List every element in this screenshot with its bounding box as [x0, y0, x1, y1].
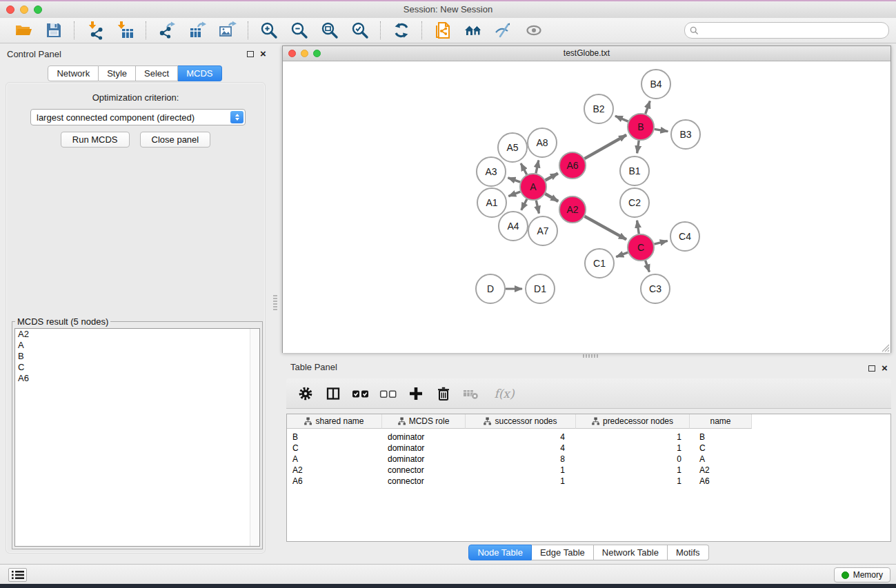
table-row[interactable]: A2connector11A2: [287, 465, 890, 476]
open-session-button[interactable]: [8, 19, 39, 41]
cell-predecessor-nodes[interactable]: 0: [576, 454, 690, 465]
tab-edge-table[interactable]: Edge Table: [532, 545, 594, 560]
edge-C-C4[interactable]: [654, 241, 667, 244]
network-window-titlebar[interactable]: testGlobe.txt: [283, 46, 890, 61]
search-field[interactable]: [684, 22, 889, 39]
cell-predecessor-nodes[interactable]: 1: [576, 476, 690, 487]
optimization-criterion-dropdown[interactable]: largest connected component (directed): [30, 109, 246, 125]
mcds-result-item[interactable]: A: [15, 340, 259, 351]
edge-A-A4[interactable]: [521, 199, 527, 210]
result-scrollbar[interactable]: [250, 329, 259, 546]
cell-mcds-role[interactable]: dominator: [382, 443, 466, 454]
edge-A-A1[interactable]: [508, 192, 520, 196]
cell-shared-name[interactable]: A2: [287, 465, 382, 476]
column-header-predecessor-nodes[interactable]: predecessor nodes: [576, 414, 690, 429]
cell-name[interactable]: A6: [690, 476, 752, 487]
function-builder-button[interactable]: f(x): [486, 381, 522, 406]
task-history-button[interactable]: [8, 568, 27, 582]
show-graphics-details-button[interactable]: [519, 19, 549, 41]
cell-predecessor-nodes[interactable]: 1: [576, 432, 690, 443]
mcds-result-item[interactable]: C: [15, 362, 259, 373]
tab-node-table[interactable]: Node Table: [468, 545, 532, 560]
zoom-in-button[interactable]: [254, 19, 284, 41]
table-row[interactable]: Cdominator41C: [287, 443, 890, 454]
cell-predecessor-nodes[interactable]: 1: [576, 443, 690, 454]
cell-successor-nodes[interactable]: 1: [466, 465, 576, 476]
export-table-button[interactable]: [182, 19, 212, 41]
edge-A-A3[interactable]: [508, 178, 520, 182]
horizontal-split-handle[interactable]: [583, 354, 598, 358]
import-network-button[interactable]: [80, 19, 110, 41]
cell-name[interactable]: C: [690, 443, 752, 454]
zoom-out-button[interactable]: [284, 19, 315, 41]
zoom-fit-button[interactable]: [315, 19, 345, 41]
edge-A6-B[interactable]: [584, 135, 626, 159]
tab-network[interactable]: Network: [48, 65, 99, 81]
export-image-button[interactable]: [212, 19, 243, 41]
float-panel-icon[interactable]: [247, 51, 254, 57]
select-all-button[interactable]: [348, 381, 373, 406]
search-input[interactable]: [699, 23, 888, 37]
first-neighbors-button[interactable]: [458, 19, 488, 41]
mcds-result-item[interactable]: B: [15, 351, 259, 362]
cell-mcds-role[interactable]: connector: [382, 476, 466, 487]
cell-mcds-role[interactable]: dominator: [382, 432, 466, 443]
main-titlebar[interactable]: Session: New Session: [0, 1, 896, 19]
run-mcds-button[interactable]: Run MCDS: [61, 132, 130, 148]
close-table-panel-icon[interactable]: ×: [882, 362, 888, 374]
table-settings-button[interactable]: [293, 381, 318, 406]
vertical-split-handle[interactable]: [273, 295, 277, 310]
delete-columns-button[interactable]: [431, 381, 456, 406]
cell-name[interactable]: A2: [690, 465, 752, 476]
import-table-button[interactable]: [110, 19, 141, 41]
mcds-result-item[interactable]: A6: [15, 373, 259, 384]
cell-name[interactable]: A: [690, 454, 752, 465]
cell-successor-nodes[interactable]: 4: [466, 443, 576, 454]
column-header-successor-nodes[interactable]: successor nodes: [466, 414, 576, 429]
window-resize-grip[interactable]: [881, 343, 890, 352]
edge-A2-C[interactable]: [584, 216, 626, 240]
edge-B-B4[interactable]: [646, 101, 650, 114]
edge-A-A7[interactable]: [536, 201, 539, 214]
network-graph[interactable]: AA1A2A3A4A5A6A7A8BB1B2B3B4CC1C2C3C4DD1: [283, 61, 890, 353]
cell-successor-nodes[interactable]: 1: [466, 476, 576, 487]
edge-A-A5[interactable]: [521, 163, 527, 174]
edge-C-C1[interactable]: [616, 252, 628, 257]
cell-mcds-role[interactable]: dominator: [382, 454, 466, 465]
edge-A-A8[interactable]: [536, 160, 539, 173]
tab-mcds[interactable]: MCDS: [178, 65, 221, 81]
cell-shared-name[interactable]: A: [287, 454, 382, 465]
export-network-button[interactable]: [152, 19, 182, 41]
edge-A-A2[interactable]: [545, 194, 558, 201]
table-row[interactable]: Adominator80A: [287, 454, 890, 465]
mcds-result-list[interactable]: A2ABCA6: [14, 328, 260, 547]
delete-table-button[interactable]: [459, 381, 484, 406]
memory-button[interactable]: Memory: [834, 567, 890, 582]
cell-successor-nodes[interactable]: 4: [466, 432, 576, 443]
deselect-all-button[interactable]: [376, 381, 401, 406]
table-row[interactable]: A6connector11A6: [287, 476, 890, 487]
network-canvas[interactable]: AA1A2A3A4A5A6A7A8BB1B2B3B4CC1C2C3C4DD1: [283, 61, 890, 353]
tab-motifs[interactable]: Motifs: [668, 545, 709, 560]
save-session-button[interactable]: [39, 19, 69, 41]
float-table-panel-icon[interactable]: [868, 365, 875, 372]
tab-style[interactable]: Style: [99, 65, 136, 81]
column-browser-button[interactable]: [321, 381, 346, 406]
column-header-shared-name[interactable]: shared name: [287, 414, 382, 429]
table-row[interactable]: Bdominator41B: [287, 432, 890, 443]
edge-A-A6[interactable]: [546, 173, 558, 180]
edge-B-B1[interactable]: [637, 141, 639, 153]
tab-network-table[interactable]: Network Table: [594, 545, 668, 560]
close-panel-button[interactable]: Close panel: [140, 132, 211, 148]
refresh-layout-button[interactable]: [386, 19, 417, 41]
create-column-button[interactable]: [404, 381, 428, 406]
edge-B-B2[interactable]: [615, 116, 628, 121]
cell-shared-name[interactable]: C: [287, 443, 382, 454]
column-header-name[interactable]: name: [690, 414, 752, 429]
edge-C-C2[interactable]: [637, 221, 639, 234]
cell-predecessor-nodes[interactable]: 1: [576, 465, 690, 476]
close-panel-icon[interactable]: ×: [260, 48, 266, 60]
cell-successor-nodes[interactable]: 8: [466, 454, 576, 465]
cell-shared-name[interactable]: B: [287, 432, 382, 443]
network-window[interactable]: testGlobe.txt AA1A2A3A4A5A6A7A8BB1B2B3B4…: [282, 45, 891, 353]
